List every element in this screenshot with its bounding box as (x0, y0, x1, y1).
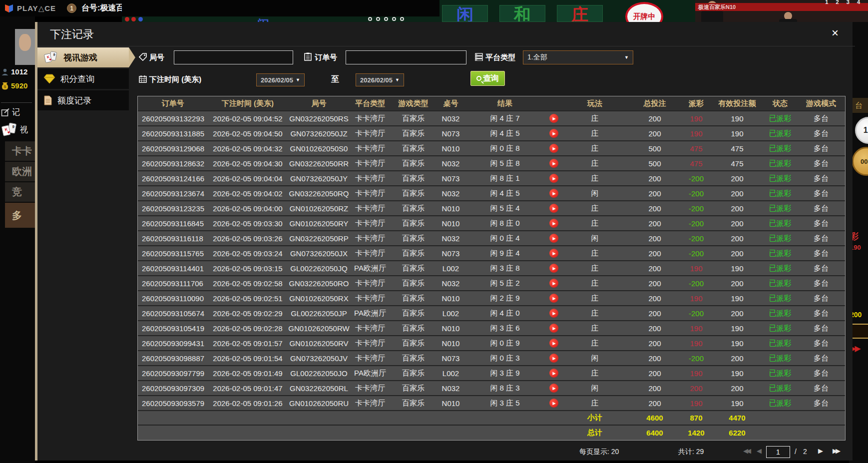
edit-note-icon[interactable] (1, 108, 10, 117)
cell: N032 (436, 186, 465, 200)
prev-page-button[interactable]: ◀ (757, 447, 760, 455)
cell: 百家乐 (390, 246, 436, 260)
replay-icon[interactable]: ▶ (549, 354, 558, 363)
replay-icon[interactable]: ▶ (549, 324, 558, 333)
screen: PLAY△CE 1 台号:极速百家乐N10 游戏局号:GN010262050S2… (0, 0, 868, 463)
replay-icon[interactable]: ▶ (549, 249, 558, 258)
cell: 260205093097309 (138, 381, 208, 395)
replay-icon[interactable]: ▶ (549, 219, 558, 228)
column-header: 游戏类型 (390, 96, 436, 110)
lobby-item-multi[interactable]: 多 (5, 203, 35, 228)
date-to-select[interactable]: 2026/02/05 ▼ (356, 73, 404, 86)
cell: GN032262050RQ (288, 186, 350, 200)
cell: 闲 0 庄 9 (465, 336, 545, 350)
cell: ▶ (545, 306, 562, 320)
cell: 闲 (562, 186, 627, 200)
bead-icon (368, 17, 372, 21)
tab-credit-records[interactable]: 额度记录 (37, 90, 129, 110)
page-number-input[interactable] (766, 446, 790, 458)
cell: 260205093093579 (138, 396, 208, 410)
tab-points-query[interactable]: 积分查询 (37, 69, 129, 89)
cell: 475 (710, 156, 764, 170)
last-page-button[interactable]: ▶▶ (833, 447, 839, 455)
cell: 2026-02-05 09:03:15 (208, 261, 288, 275)
replay-icon[interactable]: ▶ (549, 114, 558, 123)
cell: GN010262050S0 (288, 141, 350, 155)
replay-icon[interactable]: ▶ (549, 369, 558, 378)
cell: N032 (436, 381, 465, 395)
column-header: 玩法 (562, 96, 627, 110)
replay-icon[interactable]: ▶ (549, 339, 558, 348)
cell: 闲 2 庄 9 (465, 291, 545, 305)
cell: GN010262050RY (288, 216, 350, 230)
replay-icon[interactable]: ▶ (549, 279, 558, 288)
cell: 190 (682, 261, 710, 275)
bet-area-tie[interactable]: 和 (499, 5, 545, 22)
date-from-select[interactable]: 2026/02/05 ▼ (256, 73, 305, 86)
table-row: 2602050931318852026-02-05 09:04:50GN0732… (138, 126, 845, 141)
replay-icon[interactable]: ▶ (549, 399, 558, 408)
lobby-item-jing[interactable]: 竞 (5, 182, 35, 202)
replay-icon[interactable]: ▶ (549, 189, 558, 198)
lobby-item-kaka[interactable]: 卡卡 (5, 141, 35, 161)
cell: 闲 8 庄 1 (465, 171, 545, 185)
column-header: 派彩 (682, 96, 710, 110)
cell: L002 (436, 366, 465, 380)
tab-video-games[interactable]: 9 K ♥ 视讯游戏 (37, 47, 129, 67)
cell: 200 (710, 216, 764, 230)
subtotal-valid: 4470 (710, 411, 764, 425)
cell: PA欧洲厅 (350, 366, 390, 380)
chip-1k[interactable]: 1K (855, 117, 868, 144)
cell: 闲 4 庄 5 (465, 186, 545, 200)
cell: 卡卡湾厅 (350, 276, 390, 290)
replay-icon[interactable]: ▶ (549, 234, 558, 243)
replay-icon[interactable]: ▶ (549, 129, 558, 138)
total-payout: 1420 (682, 426, 710, 440)
replay-icon[interactable]: ▶ (549, 294, 558, 303)
replay-icon[interactable]: ▶ (549, 309, 558, 318)
cell: 已派彩 (764, 366, 796, 380)
video-games-cards-icon[interactable]: 9 K ♥ (1, 122, 18, 137)
cell: 200 (627, 366, 682, 380)
cell: 475 (710, 141, 764, 155)
user-avatar[interactable] (15, 29, 35, 65)
cell: GN073262050JX (288, 246, 350, 260)
cell: ▶ (545, 201, 562, 215)
next-page-button[interactable]: ▶ (818, 447, 821, 455)
lobby-item-europe[interactable]: 欧洲 (5, 162, 35, 181)
replay-icon[interactable]: ▶ (549, 174, 558, 183)
replay-icon[interactable]: ▶ (549, 204, 558, 213)
cell: N010 (436, 216, 465, 230)
replay-icon[interactable]: ▶ (549, 159, 558, 168)
cell: 庄 (562, 246, 627, 260)
chip-100k[interactable]: 00K (852, 147, 868, 176)
cell: 百家乐 (390, 381, 436, 395)
cell: 庄 (562, 111, 627, 125)
cell: ▶ (545, 351, 562, 365)
search-button-label: 查询 (483, 73, 499, 84)
replay-icon[interactable]: ▶ (549, 144, 558, 153)
bet-area-banker[interactable]: 庄 (557, 5, 603, 22)
cell: GL002262050JO (288, 366, 350, 380)
round-filter-label: 局号 (149, 53, 164, 62)
cell: 已派彩 (764, 201, 796, 215)
replay-icon[interactable]: ▶ (549, 384, 558, 393)
search-icon (476, 76, 481, 81)
replay-icon[interactable]: ▶ (549, 264, 558, 273)
cell: 闲 8 庄 0 (465, 216, 545, 230)
close-icon[interactable]: × (832, 27, 839, 39)
cell: 190 (710, 291, 764, 305)
first-page-button[interactable]: ◀◀ (743, 447, 749, 455)
column-header: 下注时间 (美东) (208, 96, 288, 110)
search-button[interactable]: 查询 (470, 71, 505, 86)
bet-area-player[interactable]: 闲 (442, 5, 488, 22)
cell: 百家乐 (390, 216, 436, 230)
cell: 260205093116118 (138, 231, 208, 245)
platform-type-select[interactable]: 1.全部 ▼ (523, 50, 633, 64)
cell: 百家乐 (390, 231, 436, 245)
count-caption: 共计: (678, 448, 694, 456)
order-number-input[interactable] (346, 50, 466, 64)
platform-filter-label: 平台类型 (485, 53, 515, 62)
round-number-input[interactable] (174, 50, 293, 64)
cell: 卡卡湾厅 (350, 396, 390, 410)
